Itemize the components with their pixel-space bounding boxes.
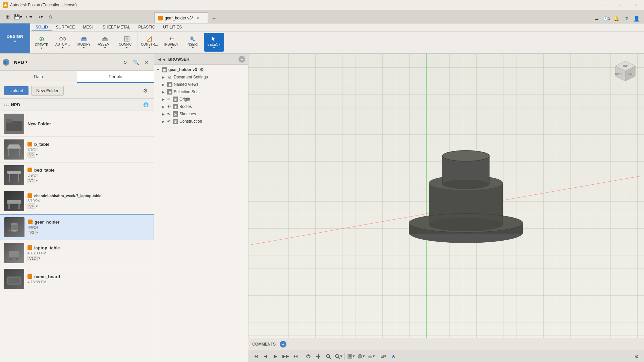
tab-surface[interactable]: SURFACE <box>52 23 79 31</box>
people-tab[interactable]: People <box>77 71 154 83</box>
redo-button[interactable]: ↪▾ <box>35 12 44 21</box>
maximize-button[interactable]: □ <box>613 0 629 10</box>
new-folder-button[interactable]: New Folder <box>31 86 63 96</box>
tree-item-named-views[interactable]: ▶ ▣ Named Views <box>154 81 248 88</box>
play-button[interactable]: ▶ <box>271 352 280 361</box>
model-icon <box>28 168 32 172</box>
data-tab[interactable]: Data <box>0 71 77 83</box>
design-button[interactable]: DESIGN ▾ <box>0 23 30 53</box>
menu-grid-button[interactable]: ⊞ <box>3 12 12 21</box>
chandni-version-tag[interactable]: V4 <box>28 203 35 209</box>
doc-settings-expand-icon[interactable]: ▶ <box>161 75 166 79</box>
panel-close-button[interactable]: ✕ <box>142 58 151 67</box>
tree-item-origin[interactable]: ▶ 👁 ▣ Origin <box>154 96 248 103</box>
gear-holder-version: V3 ▾ <box>28 230 150 235</box>
cloud-save-button[interactable]: ☁ <box>592 14 601 23</box>
sketches-expand-icon[interactable]: ▶ <box>161 112 166 116</box>
tab-close-icon[interactable]: ✕ <box>197 16 200 20</box>
visual-style-button[interactable]: ▾ <box>356 352 366 361</box>
help-button[interactable]: ? <box>622 14 631 23</box>
list-item[interactable]: chandni-chhabra_week-7_laptop-table 3/10… <box>0 188 154 214</box>
root-expand-icon[interactable]: ▼ <box>156 67 160 72</box>
b-table-version-tag[interactable]: V2 <box>28 152 35 158</box>
refresh-button[interactable]: ↻ <box>120 58 130 67</box>
view-cube[interactable]: TOP FRONT RIGHT <box>612 59 639 86</box>
insert-group: INSERT ▾ <box>183 33 203 52</box>
bed-table-version-tag[interactable]: V2 <box>28 178 35 183</box>
tab-solid[interactable]: SOLID <box>32 23 52 31</box>
undo-button[interactable]: ↩▾ <box>24 12 34 21</box>
tree-item-sketches[interactable]: ▶ 👁 ▣ Sketches <box>154 110 248 118</box>
tree-item-construction[interactable]: ▶ 👁 ▣ Construction <box>154 118 248 125</box>
gear-holder-version-tag[interactable]: V3 <box>28 230 36 235</box>
close-button[interactable]: ✕ <box>629 0 644 10</box>
first-frame-button[interactable]: ⏮ <box>251 352 260 361</box>
tree-item-bodies[interactable]: ▶ 👁 ▣ Bodies <box>154 103 248 110</box>
origin-expand-icon[interactable]: ▶ <box>161 97 166 102</box>
environment-button[interactable]: ▾ <box>366 352 376 361</box>
grid-button[interactable]: ⊞▾ <box>379 352 388 361</box>
viewport[interactable]: TOP FRONT RIGHT <box>248 54 644 338</box>
zoom-button[interactable] <box>324 352 333 361</box>
select-button[interactable]: SELECT ▾ <box>205 34 223 51</box>
tab-utilities[interactable]: UTILITIES <box>159 23 186 31</box>
tab-mesh[interactable]: MESH <box>79 23 99 31</box>
list-item[interactable]: New Folder <box>0 111 154 137</box>
tab-plastic[interactable]: PLASTIC <box>134 23 159 31</box>
next-frame-button[interactable]: ▶▶ <box>281 352 290 361</box>
home-breadcrumb-icon[interactable]: ⌂ <box>4 102 7 107</box>
tree-item-selection-sets[interactable]: ▶ ▣ Selection Sets <box>154 88 248 96</box>
list-item[interactable]: gear_holder 4/8/24 V3 ▾ <box>0 214 154 240</box>
add-comment-button[interactable]: + <box>280 341 286 348</box>
search-button[interactable]: 🔍 <box>131 58 141 67</box>
new-tab-button[interactable]: + <box>209 14 219 23</box>
gear-holder-tab[interactable]: gear_holder v3* ✕ <box>154 12 208 23</box>
modify-button[interactable]: MODIFY ▾ <box>75 34 93 51</box>
list-item[interactable]: b_table 3/9/24 V2 ▾ <box>0 137 154 163</box>
panel-settings-button[interactable]: ⚙ <box>141 86 150 96</box>
user-button[interactable]: 👤 <box>632 14 641 23</box>
tree-root-item[interactable]: ▼ ▣ gear_holder v3 ⚙ <box>154 66 248 73</box>
browser-close-button[interactable]: ● <box>238 56 245 63</box>
root-settings-icon[interactable]: ⚙ <box>200 67 204 72</box>
configure-button[interactable]: CONFIC... ▾ <box>117 34 136 51</box>
minimize-button[interactable]: ─ <box>598 0 613 10</box>
list-item[interactable]: name_board 4:18:38 PM <box>0 266 154 292</box>
clock-button[interactable]: 🕐1 <box>602 14 611 23</box>
zoom-dropdown-button[interactable]: ▾ <box>334 352 343 361</box>
orbit-button[interactable] <box>304 352 313 361</box>
bodies-expand-icon[interactable]: ▶ <box>161 104 166 109</box>
list-item[interactable]: laptop_table 4:18:38 PM V12 ▾ <box>0 240 154 266</box>
display-mode-button[interactable]: ▾ <box>346 352 356 361</box>
list-item[interactable]: bed_table 3/9/24 V2 ▾ <box>0 163 154 188</box>
save-dropdown-button[interactable]: 💾▾ <box>13 12 23 21</box>
prev-frame-button[interactable]: ◀ <box>261 352 270 361</box>
tree-item-doc-settings[interactable]: ▶ ⚙ Document Settings <box>154 73 248 81</box>
gear-holder-date: 4/8/24 <box>28 225 150 229</box>
npd-breadcrumb[interactable]: NPD <box>11 102 20 107</box>
named-views-expand-icon[interactable]: ▶ <box>161 82 166 87</box>
laptop-table-version-tag[interactable]: V12 <box>28 256 38 261</box>
tab-sheet-metal[interactable]: SHEET METAL <box>99 23 134 31</box>
create-button[interactable]: ⊕ CREATE ▾ <box>33 34 50 51</box>
construct-button[interactable]: CONSTR... ▾ <box>140 34 159 51</box>
last-frame-button[interactable]: ⏭ <box>291 352 301 361</box>
browser-collapse-icon[interactable]: ◄◄ <box>157 57 166 62</box>
construction-expand-icon[interactable]: ▶ <box>161 119 166 124</box>
selection-sets-expand-icon[interactable]: ▶ <box>161 89 166 94</box>
upload-button[interactable]: Upload <box>4 86 29 95</box>
inspect-button[interactable]: INSPECT ▾ <box>163 34 180 51</box>
home-button[interactable]: ⌂ <box>46 12 55 21</box>
viewport-settings-button[interactable]: ⚙ <box>632 352 641 361</box>
sketches-folder-icon: ▣ <box>173 111 178 117</box>
npd-dropdown-button[interactable]: NPD ▾ <box>11 58 30 66</box>
pan-button[interactable] <box>314 352 323 361</box>
active-tool-button[interactable] <box>389 352 398 361</box>
automate-button[interactable]: AUTOM... ▾ <box>54 34 71 51</box>
model-icon <box>28 245 32 250</box>
notifications-button[interactable]: 🔔 <box>612 14 621 23</box>
breadcrumb-settings-icon[interactable]: 🌐 <box>142 101 150 109</box>
assemble-button[interactable]: ASSEM... ▾ <box>96 34 114 51</box>
insert-button[interactable]: INSERT ▾ <box>184 34 202 51</box>
display-mode-icon <box>347 354 353 359</box>
